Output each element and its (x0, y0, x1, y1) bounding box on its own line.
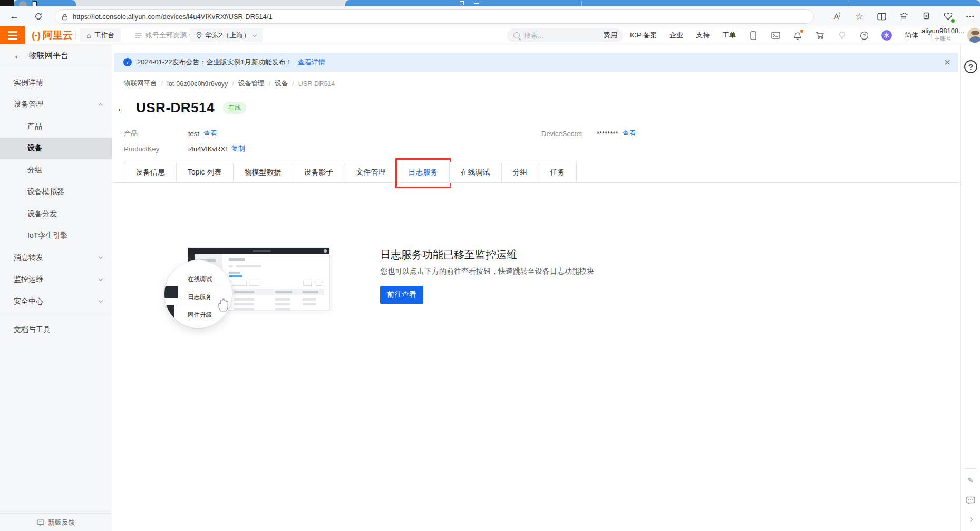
close-icon[interactable]: ✕ (944, 57, 951, 67)
aliyun-logo-mark: (-) (32, 30, 40, 41)
url-text[interactable]: https://iot.console.aliyun.com/devices/i… (73, 13, 273, 21)
window-icon (0, 0, 14, 6)
main-content: i 2024-01-22发布公告：企业版实例1月新功能发布！ 查看详情 ✕ 物联… (112, 44, 960, 531)
browser-tab-strip (0, 0, 980, 6)
feedback-chat-icon[interactable] (965, 495, 976, 506)
sidebar-item-device-simulator[interactable]: 设备模拟器 (0, 181, 112, 204)
sidebar-item-device[interactable]: 设备 (0, 138, 112, 160)
breadcrumb-item[interactable]: iot-06z00c0h9r6voyy (167, 80, 228, 88)
info-icon: i (123, 58, 132, 66)
collections-icon[interactable] (898, 11, 909, 22)
browser-tab-group[interactable] (345, 0, 980, 6)
app-icon[interactable] (749, 31, 758, 40)
back-arrow-icon[interactable]: ← (14, 51, 23, 61)
tab-icon (474, 1, 479, 4)
tab-topic-list[interactable]: Topic 列表 (176, 162, 234, 183)
divider (965, 468, 976, 469)
location-pin-icon (196, 32, 202, 39)
tab-file-management[interactable]: 文件管理 (345, 162, 397, 183)
help-circle-icon[interactable]: ? (964, 60, 977, 73)
sidebar-item-product[interactable]: 产品 (0, 115, 112, 138)
right-rail: ? ✎ (960, 44, 980, 531)
home-icon: ⌂ (86, 31, 91, 40)
log-service-illustration: 在线调试 日志服务 固件升级 (164, 245, 344, 374)
product-label: 产品 (124, 129, 188, 138)
screen: ← https://iot.console.aliyun.com/devices… (0, 0, 980, 531)
hamburger-menu-icon[interactable] (0, 26, 25, 44)
bulb-icon[interactable] (837, 31, 847, 40)
product-view-link[interactable]: 查看 (203, 129, 217, 138)
refresh-icon[interactable] (31, 8, 46, 24)
tab-online-debug[interactable]: 在线调试 (449, 162, 502, 183)
aliyun-logo[interactable]: (-) 阿里云 (32, 26, 73, 44)
breadcrumb-current: USR-DR514 (298, 80, 335, 88)
sidebar-item-device-management[interactable]: 设备管理 (0, 94, 112, 116)
feedback-button[interactable]: 新版反馈 (0, 513, 112, 531)
account-type: 主账号 (921, 35, 964, 42)
nav-link-icp[interactable]: ICP 备案 (630, 31, 657, 40)
nav-link-billing[interactable]: 费用 (604, 31, 617, 40)
breadcrumb-item[interactable]: 设备管理 (238, 79, 265, 88)
sidebar-item-iot-twin[interactable]: IoT孪生引擎 (0, 225, 112, 247)
back-arrow-icon[interactable]: ← (116, 101, 128, 115)
divider (0, 316, 112, 316)
expand-panel-icon[interactable] (965, 514, 976, 525)
help-icon[interactable]: ? (859, 31, 869, 40)
copy-pages-icon[interactable] (920, 11, 932, 22)
workbench-button[interactable]: ⌂ 工作台 (80, 28, 121, 42)
tab-icon (460, 1, 464, 5)
announcement-bar: i 2024-01-22发布公告：企业版实例1月新功能发布！ 查看详情 ✕ (114, 53, 958, 72)
sidebar-item-group[interactable]: 分组 (0, 159, 112, 181)
terminal-icon[interactable] (771, 31, 780, 40)
search-input[interactable] (524, 32, 608, 40)
tab-separator (581, 1, 582, 6)
productkey-label: ProductKey (124, 145, 188, 153)
cart-icon[interactable] (815, 31, 824, 40)
devicesecret-label: DeviceSecret (541, 130, 597, 138)
svg-text:?: ? (862, 32, 865, 38)
sidebar-item-device-distribution[interactable]: 设备分发 (0, 203, 112, 225)
split-screen-icon[interactable] (876, 11, 887, 22)
tab-device-info[interactable]: 设备信息 (124, 162, 177, 183)
sidebar-item-monitoring[interactable]: 监控运维 (0, 269, 112, 291)
tab-group[interactable]: 分组 (501, 162, 539, 183)
more-menu-icon[interactable]: ⋯ (964, 11, 976, 22)
productkey-copy-link[interactable]: 复制 (231, 144, 245, 153)
sidebar-item-instance-detail[interactable]: 实例详情 (0, 72, 112, 94)
edit-survey-icon[interactable]: ✎ (965, 475, 976, 486)
intl-icon[interactable] (881, 30, 892, 41)
sidebar-item-message-forwarding[interactable]: 消息转发 (0, 247, 112, 269)
tab-thing-model-data[interactable]: 物模型数据 (233, 162, 293, 183)
site-lock-icon[interactable] (62, 13, 68, 21)
sidebar: ← 物联网平台 实例详情 设备管理 产品 设备 分组 设备模拟器 设备分发 Io… (0, 44, 112, 531)
back-icon[interactable]: ← (6, 8, 22, 24)
read-aloud-icon[interactable]: A) (831, 11, 843, 22)
tab-task[interactable]: 任务 (539, 162, 577, 183)
browser-toolbar: ← https://iot.console.aliyun.com/devices… (0, 6, 980, 26)
devicesecret-view-link[interactable]: 查看 (622, 129, 636, 138)
product-value: test (188, 130, 199, 138)
nav-link-support[interactable]: 支持 (696, 31, 710, 40)
tab-log-service[interactable]: 日志服务 (397, 162, 450, 183)
announcement-link[interactable]: 查看详情 (298, 57, 325, 67)
region-selector[interactable]: 华东2（上海） (190, 28, 263, 42)
breadcrumb-item[interactable]: 设备 (275, 79, 288, 88)
account-menu[interactable]: aliyun98108... 主账号 (921, 27, 964, 42)
sidebar-item-security-center[interactable]: 安全中心 (0, 291, 112, 313)
nav-link-ticket[interactable]: 工单 (722, 31, 736, 40)
avatar[interactable] (967, 27, 980, 43)
go-view-button[interactable]: 前往查看 (380, 286, 423, 304)
bell-icon[interactable] (793, 31, 802, 40)
address-bar[interactable]: https://iot.console.aliyun.com/devices/i… (55, 9, 814, 24)
notification-dot (800, 30, 803, 33)
browser-tab-active[interactable] (14, 0, 76, 6)
sidebar-item-docs-tools[interactable]: 文档与工具 (0, 320, 112, 342)
account-scope-selector[interactable]: 账号全部资源 (131, 28, 197, 42)
resource-icon (135, 32, 142, 38)
tab-device-shadow[interactable]: 设备影子 (293, 162, 345, 183)
browser-essentials-icon[interactable] (942, 11, 954, 22)
breadcrumb-item[interactable]: 物联网平台 (124, 79, 157, 88)
nav-link-enterprise[interactable]: 企业 (669, 31, 683, 40)
locale-switch[interactable]: 简体 (905, 31, 918, 40)
favorite-star-icon[interactable]: ☆ (853, 11, 865, 22)
